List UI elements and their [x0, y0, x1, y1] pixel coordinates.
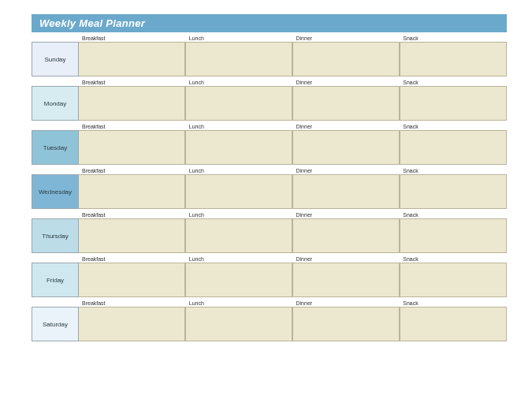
day-block: BreakfastLunchDinnerSnackThursday: [32, 211, 507, 253]
header-spacer: [32, 211, 79, 218]
day-block: BreakfastLunchDinnerSnackTuesday: [32, 122, 507, 165]
meal-column-header: Breakfast: [79, 78, 186, 86]
meal-cell[interactable]: [400, 130, 507, 165]
meal-header-row: BreakfastLunchDinnerSnack: [32, 166, 507, 174]
meal-cell[interactable]: [185, 263, 292, 297]
meal-column-header: Breakfast: [79, 34, 186, 42]
meal-column-header: Dinner: [293, 122, 400, 130]
meal-cell[interactable]: [79, 263, 185, 297]
day-label: Friday: [32, 263, 79, 297]
page-title: Weekly Meal Planner: [32, 14, 507, 32]
meal-column-header: Dinner: [293, 211, 400, 218]
meal-cell[interactable]: [79, 130, 185, 165]
meal-cell[interactable]: [292, 42, 400, 76]
meal-cell[interactable]: [400, 42, 507, 76]
meal-column-header: Lunch: [186, 255, 293, 263]
day-label: Monday: [32, 86, 79, 121]
meal-header-row: BreakfastLunchDinnerSnack: [32, 255, 507, 263]
meal-header-row: BreakfastLunchDinnerSnack: [32, 78, 507, 86]
day-label: Sunday: [32, 42, 79, 76]
meal-cell[interactable]: [79, 218, 185, 253]
meal-header-row: BreakfastLunchDinnerSnack: [32, 122, 507, 130]
days-container: BreakfastLunchDinnerSnackSundayBreakfast…: [32, 34, 507, 341]
meal-cell[interactable]: [185, 218, 292, 253]
day-row: Thursday: [32, 218, 507, 253]
meal-column-header: Breakfast: [79, 166, 186, 174]
meal-column-header: Dinner: [293, 34, 400, 42]
day-label: Saturday: [32, 307, 79, 341]
header-spacer: [32, 166, 79, 174]
day-row: Saturday: [32, 307, 507, 341]
meal-column-header: Dinner: [293, 255, 400, 263]
meal-column-header: Lunch: [186, 34, 293, 42]
day-label: Thursday: [32, 218, 79, 253]
meal-column-header: Snack: [400, 166, 507, 174]
day-row: Friday: [32, 263, 507, 297]
meal-column-header: Breakfast: [79, 211, 186, 218]
meal-column-header: Lunch: [186, 211, 293, 218]
meal-column-header: Snack: [400, 211, 507, 218]
day-label: Wednesday: [32, 174, 79, 209]
meal-cell[interactable]: [185, 130, 292, 165]
meal-column-header: Snack: [400, 34, 507, 42]
meal-cell[interactable]: [185, 86, 292, 121]
meal-cell[interactable]: [185, 174, 292, 209]
day-row: Monday: [32, 86, 507, 121]
day-block: BreakfastLunchDinnerSnackFriday: [32, 255, 507, 297]
meal-cell[interactable]: [400, 86, 507, 121]
meal-cell[interactable]: [292, 130, 400, 165]
day-block: BreakfastLunchDinnerSnackSaturday: [32, 299, 507, 341]
meal-cell[interactable]: [292, 263, 400, 297]
meal-cell[interactable]: [292, 86, 400, 121]
meal-cell[interactable]: [185, 307, 292, 341]
meal-column-header: Breakfast: [79, 122, 186, 130]
day-block: BreakfastLunchDinnerSnackWednesday: [32, 166, 507, 209]
day-block: BreakfastLunchDinnerSnackMonday: [32, 78, 507, 121]
meal-cell[interactable]: [400, 218, 507, 253]
meal-column-header: Dinner: [293, 78, 400, 86]
meal-header-row: BreakfastLunchDinnerSnack: [32, 34, 507, 42]
meal-column-header: Breakfast: [79, 255, 186, 263]
meal-header-row: BreakfastLunchDinnerSnack: [32, 211, 507, 218]
header-spacer: [32, 34, 79, 42]
meal-planner-sheet: Weekly Meal Planner BreakfastLunchDinner…: [0, 0, 532, 356]
header-spacer: [32, 122, 79, 130]
meal-column-header: Snack: [400, 122, 507, 130]
meal-column-header: Snack: [400, 78, 507, 86]
meal-column-header: Snack: [400, 299, 507, 307]
header-spacer: [32, 255, 79, 263]
meal-cell[interactable]: [400, 307, 507, 341]
meal-cell[interactable]: [79, 42, 185, 76]
meal-cell[interactable]: [292, 307, 400, 341]
meal-column-header: Lunch: [186, 122, 293, 130]
header-spacer: [32, 78, 79, 86]
meal-column-header: Snack: [400, 255, 507, 263]
day-label: Tuesday: [32, 130, 79, 165]
meal-column-header: Dinner: [293, 299, 400, 307]
meal-cell[interactable]: [292, 174, 400, 209]
meal-cell[interactable]: [185, 42, 292, 76]
meal-cell[interactable]: [79, 86, 185, 121]
day-row: Tuesday: [32, 130, 507, 165]
meal-column-header: Lunch: [186, 166, 293, 174]
meal-cell[interactable]: [79, 307, 185, 341]
meal-header-row: BreakfastLunchDinnerSnack: [32, 299, 507, 307]
meal-column-header: Dinner: [293, 166, 400, 174]
meal-cell[interactable]: [400, 263, 507, 297]
day-block: BreakfastLunchDinnerSnackSunday: [32, 34, 507, 76]
day-row: Wednesday: [32, 174, 507, 209]
meal-cell[interactable]: [400, 174, 507, 209]
meal-column-header: Lunch: [186, 299, 293, 307]
meal-column-header: Breakfast: [79, 299, 186, 307]
meal-cell[interactable]: [79, 174, 185, 209]
meal-column-header: Lunch: [186, 78, 293, 86]
header-spacer: [32, 299, 79, 307]
day-row: Sunday: [32, 42, 507, 76]
meal-cell[interactable]: [292, 218, 400, 253]
